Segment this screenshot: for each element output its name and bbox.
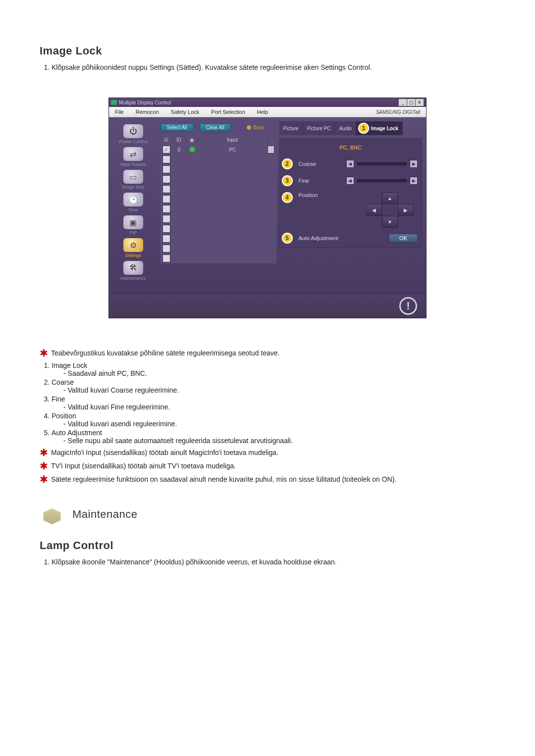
sidebar-pip[interactable]: ▣ PIP — [113, 215, 153, 235]
tab-picture-pc[interactable]: Picture PC — [303, 121, 335, 135]
sidebar-input-source[interactable]: ⇄ Input Source — [113, 147, 153, 167]
fine-row: 3 Fine ◀ ▶ — [284, 175, 418, 186]
sidebar-time[interactable]: 🕑 Time — [113, 193, 153, 212]
image-size-icon: ▭ — [123, 170, 143, 184]
item-title: Position — [52, 412, 76, 420]
table-row — [160, 214, 274, 224]
note-text: Teabevõrgustikus kuvatakse põhiline säte… — [51, 348, 280, 358]
sidebar-image-size[interactable]: ▭ Image Size — [113, 170, 153, 190]
fine-slider[interactable] — [357, 179, 407, 182]
sidebar-settings[interactable]: ⚙ Settings — [113, 238, 153, 258]
item-title: Image Lock — [52, 361, 87, 369]
star-icon: ✱ — [40, 461, 48, 471]
coarse-slider[interactable] — [357, 162, 407, 165]
fine-label: Fine — [299, 178, 343, 184]
table-row — [160, 194, 274, 204]
coarse-label: Coarse — [299, 161, 343, 167]
tab-audio[interactable]: Audio — [335, 121, 356, 135]
window-title: Multiple Display Control — [119, 100, 171, 105]
sidebar-label: PIP — [129, 230, 137, 235]
menu-safety-lock[interactable]: Safety Lock — [165, 109, 205, 115]
row-checkbox[interactable] — [162, 146, 170, 153]
table-row — [160, 174, 274, 184]
clear-all-button[interactable]: Clear All — [200, 123, 231, 132]
close-button[interactable]: ✕ — [415, 99, 424, 106]
status-bar: ! — [109, 294, 426, 318]
tab-label: Image Lock — [371, 126, 398, 131]
table-row — [160, 224, 274, 234]
busy-label: Busy — [253, 125, 264, 130]
menubar: File Remocon Safety Lock Port Selection … — [109, 107, 426, 117]
titlebar: Multiple Display Control _ ▢ ✕ — [109, 98, 426, 107]
panel-subtitle: PC, BNC — [284, 145, 418, 151]
sidebar-label: Power Control — [119, 139, 147, 144]
pip-icon: ▣ — [123, 215, 143, 229]
ok-button[interactable]: OK — [389, 234, 418, 243]
menu-port-selection[interactable]: Port Selection — [205, 109, 251, 115]
table-row[interactable]: 0 PC — [160, 145, 274, 154]
app-logo-icon — [111, 100, 117, 105]
star-icon: ✱ — [40, 474, 48, 484]
position-up-button[interactable]: ▲ — [382, 192, 398, 204]
busy-indicator: Busy — [247, 125, 264, 130]
list-item: Coarse - Valitud kuvari Coarse reguleeri… — [52, 378, 495, 394]
item-desc: - Valitud kuvari Coarse reguleerimine. — [63, 386, 495, 394]
item-desc: - Valitud kuvari asendi reguleerimine. — [63, 420, 495, 428]
note-text: MagicInfo'i Input (sisendallikas) töötab… — [51, 448, 278, 458]
list-item: Position - Valitud kuvari asendi regulee… — [52, 412, 495, 428]
image-lock-heading: Image Lock — [40, 45, 495, 57]
lamp-control-steps: Klõpsake ikoonile "Maintenance" (Hooldus… — [52, 557, 495, 567]
feature-list: Image Lock - Saadaval ainult PC, BNC. Co… — [52, 361, 495, 445]
menu-help[interactable]: Help — [251, 109, 274, 115]
col-input: Input — [198, 137, 268, 143]
select-all-button[interactable]: Select All — [160, 123, 194, 132]
power-icon: ⏻ — [123, 124, 143, 138]
sidebar-label: Image Size — [122, 185, 144, 190]
maintenance-header: Maintenance — [40, 504, 495, 524]
image-lock-steps: Klõpsake põhiikoonidest nuppu Settings (… — [52, 62, 495, 73]
note-network: ✱ Teabevõrgustikus kuvatakse põhiline sä… — [40, 348, 495, 358]
item-title: Fine — [52, 395, 65, 403]
position-right-button[interactable]: ▶ — [398, 204, 414, 216]
tab-image-lock[interactable]: 1 Image Lock — [356, 121, 403, 135]
table-row — [160, 234, 274, 244]
sidebar-power-control[interactable]: ⏻ Power Control — [113, 124, 153, 144]
item-desc: - Selle nupu abil saate automaatselt reg… — [63, 437, 495, 445]
note-text: TV'i Input (sisendallikas) töötab ainult… — [51, 461, 236, 471]
position-down-button[interactable]: ▼ — [382, 216, 398, 228]
coarse-decrease-button[interactable]: ◀ — [346, 160, 354, 168]
maximize-button[interactable]: ▢ — [407, 99, 416, 106]
fine-increase-button[interactable]: ▶ — [410, 177, 418, 185]
item-title: Auto Adjustment — [52, 429, 102, 437]
lamp-control-heading: Lamp Control — [40, 539, 495, 552]
time-icon: 🕑 — [123, 193, 143, 206]
note-magicinfo: ✱ MagicInfo'i Input (sisendallikas) tööt… — [40, 448, 495, 458]
table-row — [160, 253, 274, 263]
sidebar-label: Maintenance — [120, 276, 146, 281]
table-header: ☑ ID ◉ Input — [160, 135, 274, 145]
sidebar-label: Time — [128, 207, 138, 212]
maintenance-title: Maintenance — [72, 508, 137, 521]
callout-5: 5 — [282, 233, 293, 244]
settings-tabs: Picture Picture PC Audio 1 Image Lock — [279, 121, 423, 135]
image-lock-panel: PC, BNC 2 Coarse ◀ ▶ 3 Fine ◀ — [279, 138, 423, 248]
tab-picture[interactable]: Picture — [279, 121, 303, 135]
minimize-button[interactable]: _ — [398, 99, 407, 106]
fine-decrease-button[interactable]: ◀ — [346, 177, 354, 185]
row-id: 0 — [172, 147, 186, 152]
sidebar-maintenance[interactable]: 🛠 Maintenance — [113, 261, 153, 281]
menu-file[interactable]: File — [109, 109, 130, 115]
position-left-button[interactable]: ◀ — [366, 204, 382, 216]
scroll-up-icon[interactable] — [268, 146, 274, 153]
menu-remocon[interactable]: Remocon — [130, 109, 165, 115]
step-1: Klõpsake ikoonile "Maintenance" (Hooldus… — [52, 557, 495, 567]
coarse-increase-button[interactable]: ▶ — [410, 160, 418, 168]
info-icon: ! — [399, 297, 417, 315]
status-led-icon — [190, 147, 195, 152]
input-icon: ⇄ — [123, 147, 143, 161]
star-icon: ✱ — [40, 448, 48, 457]
col-id: ID — [172, 137, 186, 143]
brand-text: SAMSUNG DIGITall — [370, 109, 426, 115]
sidebar: ⏻ Power Control ⇄ Input Source ▭ Image S… — [109, 121, 158, 290]
settings-icon: ⚙ — [123, 238, 143, 252]
